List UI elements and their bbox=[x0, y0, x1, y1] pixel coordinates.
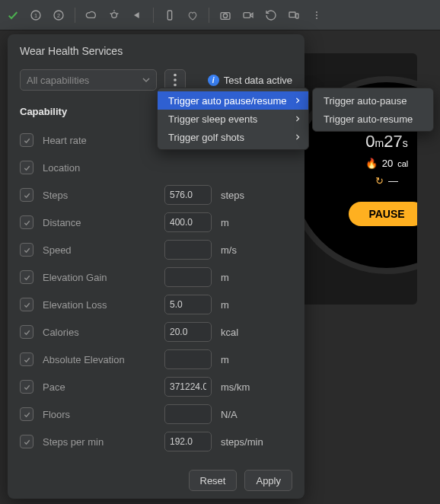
submenu-label: Trigger auto-pause bbox=[324, 95, 407, 107]
capability-row: Location bbox=[20, 154, 292, 181]
capability-unit: m bbox=[221, 354, 229, 365]
capability-input[interactable] bbox=[164, 185, 212, 205]
flame-icon: 🔥 bbox=[365, 158, 378, 169]
separator bbox=[209, 8, 209, 23]
svg-rect-14 bbox=[289, 12, 295, 18]
capability-label: Location bbox=[43, 162, 164, 174]
devices-icon[interactable] bbox=[287, 8, 301, 22]
heart-icon[interactable] bbox=[186, 8, 199, 22]
capability-row: Pacems/km bbox=[20, 373, 292, 400]
checkmark-icon bbox=[6, 8, 20, 22]
submenu-auto-pause[interactable]: Trigger auto-pause bbox=[313, 91, 433, 110]
svg-point-21 bbox=[174, 84, 177, 87]
info-icon: i bbox=[208, 75, 219, 86]
svg-text:2: 2 bbox=[57, 11, 60, 18]
triangle-icon[interactable] bbox=[130, 8, 144, 22]
capability-label: Steps bbox=[43, 190, 164, 201]
menu-label: Trigger sleep events bbox=[168, 113, 257, 125]
capability-row: Steps per minsteps/min bbox=[20, 428, 292, 455]
capability-unit: m/s bbox=[221, 244, 237, 256]
capability-input[interactable] bbox=[164, 404, 212, 424]
cloud-icon[interactable] bbox=[84, 8, 98, 22]
clock2-icon[interactable]: 2 bbox=[52, 8, 65, 22]
svg-rect-9 bbox=[167, 11, 171, 20]
panel-title: Wear Health Services bbox=[20, 45, 292, 57]
capability-checkbox[interactable] bbox=[20, 435, 33, 448]
capability-checkbox[interactable] bbox=[20, 161, 33, 174]
bug-icon[interactable] bbox=[107, 8, 121, 22]
history-icon[interactable] bbox=[264, 8, 278, 22]
more-vertical-icon[interactable] bbox=[310, 8, 324, 22]
menu-sleep-events[interactable]: Trigger sleep events bbox=[158, 110, 308, 128]
capability-input[interactable] bbox=[164, 267, 212, 287]
watch-pause-button[interactable]: PAUSE bbox=[349, 202, 417, 226]
svg-point-19 bbox=[174, 74, 177, 77]
capability-input[interactable] bbox=[164, 432, 212, 451]
capability-checkbox[interactable] bbox=[20, 325, 33, 339]
watch-time: 0m27s bbox=[365, 132, 407, 152]
svg-line-7 bbox=[116, 13, 118, 14]
svg-rect-12 bbox=[244, 12, 250, 18]
status: i Test data active bbox=[208, 75, 292, 86]
capability-label: Floors bbox=[43, 409, 164, 420]
capability-label: Speed bbox=[43, 244, 164, 256]
apply-button[interactable]: Apply bbox=[244, 470, 292, 491]
capability-unit: steps/min bbox=[221, 436, 263, 448]
watch-dash-row: ↻ — bbox=[375, 175, 398, 187]
capability-row: Elevation Lossm bbox=[20, 291, 292, 318]
capability-checkbox[interactable] bbox=[20, 407, 33, 421]
capability-row: Speedm/s bbox=[20, 236, 292, 263]
capability-label: Pace bbox=[43, 381, 164, 393]
capability-unit: kcal bbox=[221, 327, 238, 338]
chevron-right-icon bbox=[295, 134, 301, 140]
capabilities-combo[interactable]: All capabilities bbox=[20, 69, 157, 91]
capability-row: Stepssteps bbox=[20, 181, 292, 209]
svg-point-4 bbox=[112, 12, 117, 18]
capability-row: FloorsN/A bbox=[20, 400, 292, 428]
capability-input[interactable] bbox=[164, 349, 212, 369]
watch-cal: 20 bbox=[382, 158, 393, 169]
clock1-icon[interactable]: 1 bbox=[29, 8, 43, 22]
video-icon[interactable] bbox=[241, 8, 255, 22]
phone-icon[interactable] bbox=[163, 8, 177, 22]
capability-checkbox[interactable] bbox=[20, 298, 33, 311]
menu-golf-shots[interactable]: Trigger golf shots bbox=[158, 128, 308, 146]
menu-label: Trigger golf shots bbox=[168, 132, 244, 143]
capability-checkbox[interactable] bbox=[20, 188, 33, 202]
capability-row: Distancem bbox=[20, 209, 292, 236]
reset-button[interactable]: Reset bbox=[189, 470, 238, 491]
watch-cal-unit: cal bbox=[397, 159, 408, 168]
submenu-label: Trigger auto-resume bbox=[324, 113, 413, 125]
capability-unit: ms/km bbox=[221, 381, 250, 393]
capability-label: Calories bbox=[43, 327, 164, 338]
capability-unit: m bbox=[221, 217, 229, 228]
capability-input[interactable] bbox=[164, 377, 212, 397]
svg-point-17 bbox=[316, 14, 317, 16]
capability-row: Calorieskcal bbox=[20, 318, 292, 346]
svg-marker-8 bbox=[134, 12, 139, 18]
capability-input[interactable] bbox=[164, 212, 212, 232]
chevron-right-icon bbox=[295, 116, 301, 122]
capability-checkbox[interactable] bbox=[20, 215, 33, 229]
svg-point-11 bbox=[223, 14, 227, 18]
svg-line-6 bbox=[110, 13, 112, 14]
capability-row: Elevation Gainm bbox=[20, 263, 292, 291]
submenu-auto-resume[interactable]: Trigger auto-resume bbox=[313, 110, 433, 128]
combo-label: All capabilities bbox=[27, 75, 89, 86]
capability-checkbox[interactable] bbox=[20, 380, 33, 394]
capability-input[interactable] bbox=[164, 295, 212, 314]
capability-label: Elevation Gain bbox=[43, 272, 164, 283]
capability-checkbox[interactable] bbox=[20, 270, 33, 284]
separator bbox=[153, 8, 154, 23]
capability-checkbox[interactable] bbox=[20, 352, 33, 366]
svg-text:1: 1 bbox=[34, 11, 37, 18]
capability-input[interactable] bbox=[164, 322, 212, 342]
camera-icon[interactable] bbox=[218, 8, 232, 22]
capability-checkbox[interactable] bbox=[20, 243, 33, 257]
chevron-right-icon bbox=[295, 97, 301, 104]
status-text: Test data active bbox=[224, 75, 292, 86]
capability-input[interactable] bbox=[164, 240, 212, 260]
menu-auto-pause-resume[interactable]: Trigger auto pause/resume bbox=[158, 91, 308, 110]
rotate-icon: ↻ bbox=[375, 175, 384, 187]
capability-checkbox[interactable] bbox=[20, 133, 33, 147]
